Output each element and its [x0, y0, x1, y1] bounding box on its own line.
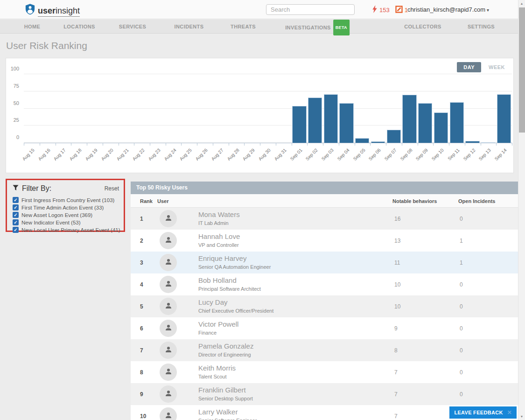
filter-option-1[interactable]: ✓First Ingress From Country Event (103)	[13, 197, 120, 203]
notable-alert[interactable]: 1	[395, 6, 408, 14]
table-row[interactable]: 5Lucy DayChief Executive Officer/Preside…	[131, 295, 518, 317]
notable-behaviors-value: 7	[394, 413, 398, 420]
user-name: Bob Holland	[198, 276, 237, 284]
open-incidents-value: 1	[460, 259, 463, 266]
filter-option-3[interactable]: ✓New Asset Logon Event (369)	[13, 212, 120, 218]
chart-bar-sep-09[interactable]	[418, 103, 432, 143]
table-row[interactable]: 6Victor PowellFinance90	[131, 317, 518, 339]
x-axis-tick	[103, 143, 103, 146]
nav-item-incidents[interactable]: INCIDENTS	[175, 20, 204, 34]
bar-slot-sep-05	[354, 74, 370, 143]
chart-bar-sep-08[interactable]	[402, 95, 416, 143]
nav-item-collectors[interactable]: COLLECTORS	[404, 20, 441, 34]
x-axis-tick	[150, 143, 150, 146]
x-axis-tick	[213, 143, 213, 146]
table-row[interactable]: 1Mona WatersIT Lab Admin160	[131, 208, 518, 230]
table-row[interactable]: 7Pamela GonzalezDirector of Engineering8…	[131, 339, 518, 361]
chart-bar-sep-02[interactable]	[308, 98, 322, 143]
user-job-title: IT Lab Admin	[198, 220, 229, 226]
table-row[interactable]: 9Franklin GilbertSenior Desktop Support7…	[131, 383, 518, 405]
bar-slot-sep-01	[291, 74, 307, 143]
incident-alert[interactable]: 153	[372, 5, 390, 14]
top-bar: userinsight 153 1 christian_kirsch@rapid…	[0, 0, 518, 19]
open-incidents-value: 0	[460, 216, 463, 222]
chart-bar-sep-14[interactable]	[497, 94, 511, 143]
column-header-notable-behaviors: Notable behaviors	[392, 198, 437, 204]
rank-value: 4	[140, 281, 143, 288]
filter-option-label: New Asset Logon Event (369)	[21, 212, 92, 218]
x-axis-tick	[40, 143, 40, 146]
chart-bar-sep-07[interactable]	[387, 130, 401, 143]
checkbox-checked-icon[interactable]: ✓	[13, 212, 19, 218]
x-axis-tick	[402, 143, 402, 146]
nav-item-label: COLLECTORS	[404, 24, 441, 29]
scroll-up-arrow[interactable]: ▲	[518, 2, 525, 5]
nav-item-locations[interactable]: LOCATIONS	[63, 20, 95, 34]
chart-bar-sep-03[interactable]	[324, 94, 338, 143]
table-row[interactable]: 2Hannah LoveVP and Controller131	[131, 230, 518, 252]
filter-option-5[interactable]: ✓New Local User Primary Asset Event (41)	[13, 227, 120, 233]
user-job-title: Chief Executive Officer/President	[198, 308, 273, 314]
filter-option-2[interactable]: ✓First Time Admin Action Event (33)	[13, 204, 120, 210]
x-axis-tick	[292, 143, 292, 146]
bar-slot-aug-20	[103, 74, 119, 143]
scrollbar-thumb[interactable]	[519, 7, 525, 133]
beta-badge: BETA	[333, 20, 350, 35]
checkbox-checked-icon[interactable]: ✓	[13, 204, 19, 210]
chart-bar-sep-01[interactable]	[292, 106, 306, 143]
x-axis-tick	[166, 143, 166, 146]
bar-slot-sep-09	[417, 74, 433, 143]
nav-item-home[interactable]: HOME	[24, 20, 41, 34]
table-row[interactable]: 8Keith MorrisTalent Scout70	[131, 361, 518, 383]
bar-slot-aug-15	[24, 74, 40, 143]
nav-item-investigations[interactable]: INVESTIGATIONSBETA	[285, 20, 350, 34]
person-icon	[164, 345, 173, 356]
day-toggle-button[interactable]: DAY	[457, 62, 481, 72]
checkbox-checked-icon[interactable]: ✓	[13, 219, 19, 225]
close-icon[interactable]: ✕	[507, 409, 512, 416]
nav-item-label: HOME	[24, 24, 41, 29]
chart-bar-sep-10[interactable]	[434, 112, 448, 143]
vertical-scrollbar[interactable]: ▲ ▼	[518, 0, 525, 420]
userinsight-logo[interactable]: userinsight	[25, 3, 80, 17]
table-column-headers: Rank User Notable behaviors Open Inciden…	[131, 194, 518, 208]
open-incidents-value: 0	[460, 303, 463, 310]
chart-bar-sep-11[interactable]	[450, 102, 464, 143]
user-job-title: VP and Controller	[198, 242, 239, 248]
leave-feedback-button[interactable]: LEAVE FEEDBACK ✕	[449, 406, 517, 419]
checkbox-checked-icon[interactable]: ✓	[13, 227, 19, 233]
user-account-menu[interactable]: christian_kirsch@rapid7.com▾	[407, 6, 489, 13]
main-nav: HOMELOCATIONSSERVICESINCIDENTSTHREATSINV…	[0, 20, 518, 34]
y-tick-label: 75	[14, 83, 19, 89]
table-row[interactable]: 4Bob HollandPrincipal Software Architect…	[131, 273, 518, 295]
notable-behaviors-value: 10	[394, 281, 400, 288]
nav-item-services[interactable]: SERVICES	[119, 20, 147, 34]
search-input[interactable]	[266, 4, 355, 15]
chart-bar-sep-04[interactable]	[339, 103, 353, 143]
reset-filters-link[interactable]: Reset	[105, 185, 119, 192]
bar-slot-aug-27	[213, 74, 229, 143]
person-icon	[164, 323, 173, 334]
bar-slot-sep-04	[339, 74, 355, 143]
avatar	[160, 407, 177, 420]
nav-item-threats[interactable]: THREATS	[231, 20, 256, 34]
notable-behaviors-value: 7	[394, 369, 398, 376]
filter-title: Filter By:	[13, 184, 51, 193]
bar-slot-sep-10	[433, 74, 449, 143]
nav-item-label: SERVICES	[119, 24, 147, 29]
x-axis-tick	[496, 143, 497, 146]
filter-option-4[interactable]: ✓New Indicator Event (53)	[13, 219, 120, 225]
open-incidents-value: 0	[460, 369, 463, 376]
person-icon	[164, 389, 173, 399]
y-tick-label: 25	[14, 117, 19, 123]
column-header-rank: Rank	[140, 198, 153, 204]
checkbox-checked-icon[interactable]: ✓	[13, 197, 19, 203]
table-row[interactable]: 3Enrique HarveySenior QA Automation Engi…	[131, 252, 518, 273]
bar-slot-sep-11	[449, 74, 465, 143]
chart-bar-sep-05[interactable]	[355, 138, 369, 143]
avatar	[160, 232, 177, 249]
week-toggle-button[interactable]: WEEK	[489, 64, 505, 70]
nav-item-settings[interactable]: SETTINGS	[468, 20, 495, 34]
bar-slot-sep-12	[465, 74, 481, 143]
scroll-down-arrow[interactable]: ▼	[518, 415, 525, 418]
